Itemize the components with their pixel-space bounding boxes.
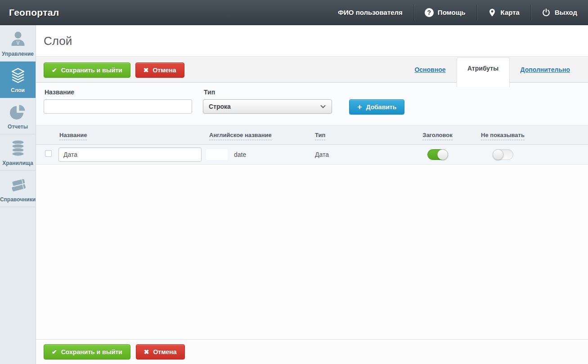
toolbar-buttons: ✔ Сохранить и выйти ✖ Отмена bbox=[44, 62, 184, 78]
sidebar-label-reports: Отчеты bbox=[8, 124, 28, 130]
type-select-value: Строка bbox=[209, 103, 231, 110]
toolbar: ✔ Сохранить и выйти ✖ Отмена Основное Ат… bbox=[36, 57, 588, 83]
sidebar-label-storages: Хранилища bbox=[2, 160, 33, 166]
logout-label: Выход bbox=[555, 9, 577, 16]
chevron-down-icon bbox=[320, 103, 326, 110]
column-header-title: Заголовок bbox=[422, 132, 453, 138]
name-input[interactable] bbox=[44, 99, 192, 114]
sidebar-item-storages[interactable]: Хранилища bbox=[0, 134, 36, 171]
sidebar-label-management: Управление bbox=[2, 51, 34, 57]
tab-bar: Основное Атрибуты Дополнительно bbox=[414, 57, 570, 82]
title-band: Слой bbox=[36, 25, 588, 57]
top-menu: ФИО пользователя ? Помощь Карта Выход bbox=[327, 0, 588, 25]
save-exit-button[interactable]: ✔ Сохранить и выйти bbox=[44, 62, 130, 78]
type-field-label: Тип bbox=[204, 89, 332, 96]
sidebar-item-management[interactable]: Управление bbox=[0, 25, 36, 62]
sidebar-label-layers: Слои bbox=[11, 87, 25, 93]
row-type: Дата bbox=[310, 151, 405, 158]
row-english-ghost-box bbox=[206, 149, 228, 160]
row-title-toggle[interactable] bbox=[427, 149, 448, 160]
check-icon: ✔ bbox=[52, 67, 57, 73]
page-title: Слой bbox=[36, 25, 588, 48]
help-button[interactable]: ? Помощь bbox=[414, 0, 476, 25]
tab-main[interactable]: Основное bbox=[414, 66, 445, 73]
name-field-label: Название bbox=[45, 89, 192, 96]
cancel-label: Отмена bbox=[153, 67, 176, 74]
map-button[interactable]: Карта bbox=[477, 0, 530, 25]
footer-save-exit-button[interactable]: ✔ Сохранить и выйти bbox=[44, 344, 130, 360]
sidebar: Управление Слои Отчеты bbox=[0, 25, 36, 364]
check-icon: ✔ bbox=[52, 349, 57, 355]
column-header-type: Тип bbox=[310, 132, 405, 138]
logout-button[interactable]: Выход bbox=[531, 0, 588, 25]
attributes-table-header: Название Английское название Тип Заголов… bbox=[36, 125, 588, 145]
add-label: Добавить bbox=[366, 103, 397, 111]
layers-icon bbox=[9, 67, 27, 84]
geoportal-app: Геопортал ФИО пользователя ? Помощь Карт… bbox=[0, 0, 588, 364]
save-exit-label: Сохранить и выйти bbox=[61, 67, 122, 74]
brand-title: Геопортал bbox=[0, 7, 59, 18]
row-checkbox[interactable] bbox=[45, 150, 52, 157]
column-header-name: Название bbox=[58, 132, 205, 138]
books-icon bbox=[9, 176, 27, 194]
tab-attributes[interactable]: Атрибуты bbox=[457, 58, 510, 87]
power-icon bbox=[542, 8, 551, 17]
row-hide-toggle[interactable] bbox=[493, 149, 513, 160]
x-icon: ✖ bbox=[144, 67, 149, 73]
add-attribute-button[interactable]: + Добавить bbox=[349, 99, 404, 115]
sidebar-label-directories: Справочники bbox=[0, 196, 36, 203]
footer-cancel-button[interactable]: ✖ Отмена bbox=[136, 344, 185, 360]
cancel-button[interactable]: ✖ Отмена bbox=[135, 62, 184, 78]
footer-save-exit-label: Сохранить и выйти bbox=[61, 348, 122, 355]
top-bar: Геопортал ФИО пользователя ? Помощь Карт… bbox=[0, 0, 588, 25]
toggle-knob bbox=[437, 149, 448, 160]
row-english-name: date bbox=[234, 151, 246, 158]
user-fullname[interactable]: ФИО пользователя bbox=[327, 0, 413, 25]
sidebar-item-layers[interactable]: Слои bbox=[0, 62, 36, 98]
footer-toolbar: ✔ Сохранить и выйти ✖ Отмена bbox=[36, 339, 588, 364]
attribute-row: date Дата bbox=[36, 145, 588, 164]
database-icon bbox=[9, 139, 27, 157]
main-content: Слой ✔ Сохранить и выйти ✖ Отмена Основн… bbox=[36, 25, 588, 364]
map-pin-icon bbox=[488, 8, 497, 17]
column-header-hide: Не показывать bbox=[481, 132, 525, 138]
tab-additional[interactable]: Дополнительно bbox=[521, 66, 570, 73]
type-select[interactable]: Строка bbox=[203, 99, 332, 114]
user-icon bbox=[9, 30, 27, 48]
sidebar-item-reports[interactable]: Отчеты bbox=[0, 98, 36, 134]
help-icon: ? bbox=[425, 8, 434, 17]
pie-chart-icon bbox=[9, 103, 27, 121]
footer-cancel-label: Отмена bbox=[153, 348, 176, 355]
column-header-english-name: Английское название bbox=[205, 132, 310, 138]
plus-icon: + bbox=[357, 103, 362, 111]
row-name-input[interactable] bbox=[58, 147, 202, 162]
add-attribute-form: Название Тип Строка + Добавить bbox=[36, 83, 588, 125]
help-label: Помощь bbox=[438, 9, 466, 16]
sidebar-item-directories[interactable]: Справочники bbox=[0, 171, 36, 207]
toggle-knob bbox=[493, 149, 503, 160]
empty-area bbox=[36, 164, 588, 339]
map-label: Карта bbox=[501, 9, 520, 16]
x-icon: ✖ bbox=[144, 349, 149, 355]
